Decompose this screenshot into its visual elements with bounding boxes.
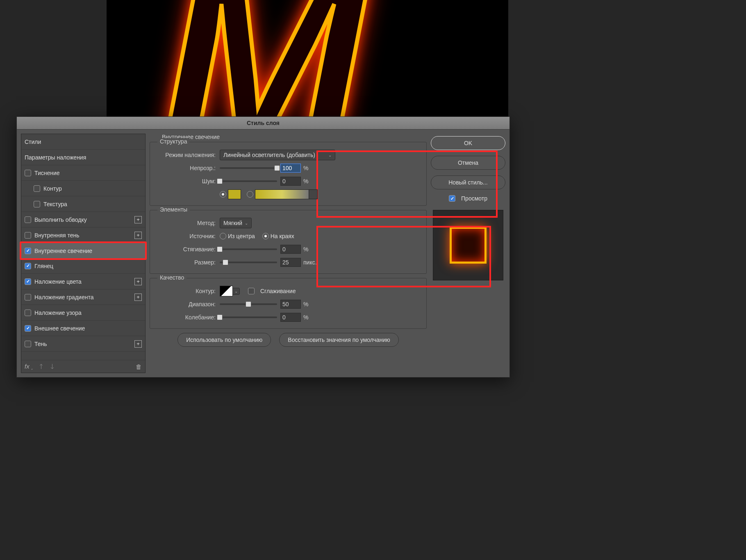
checkbox[interactable] <box>34 185 40 192</box>
sidebar-inner-glow[interactable]: Внутреннее свечение <box>20 241 147 260</box>
trash-icon[interactable]: 🗑 <box>136 363 142 370</box>
fx-icon[interactable]: fx ˯ <box>25 363 33 370</box>
range-input[interactable]: 50 <box>280 300 301 309</box>
sidebar-outer-glow[interactable]: Внешнее свечение <box>21 321 145 336</box>
choke-slider[interactable] <box>220 248 277 250</box>
add-icon[interactable]: + <box>134 340 142 348</box>
quality-title: Качество <box>157 274 186 281</box>
contour-swatch[interactable] <box>220 286 233 296</box>
preview-toggle[interactable]: Просмотр <box>449 195 487 202</box>
new-style-button[interactable]: Новый стиль... <box>431 175 505 189</box>
opacity-label: Непрозр.: <box>154 165 220 171</box>
reset-default-button[interactable]: Восстановить значения по умолчанию <box>279 333 398 347</box>
sidebar-gradient-overlay[interactable]: Наложение градиента+ <box>21 289 145 305</box>
checkbox[interactable] <box>25 294 31 300</box>
checkbox[interactable] <box>25 341 31 347</box>
add-icon[interactable]: + <box>134 294 142 301</box>
sidebar-stroke[interactable]: Выполнить обводку+ <box>21 212 145 228</box>
dialog-titlebar[interactable]: Стиль слоя <box>17 117 509 130</box>
dialog-title: Стиль слоя <box>247 120 280 126</box>
sidebar-satin[interactable]: Глянец <box>21 258 145 274</box>
elements-group: Элементы Метод: Мягкий ⌄ Источник: Из це… <box>150 210 427 274</box>
sidebar-pattern-overlay[interactable]: Наложение узора <box>21 305 145 321</box>
aa-checkbox[interactable] <box>248 288 255 294</box>
checkbox[interactable] <box>25 325 31 332</box>
technique-select[interactable]: Мягкий ⌄ <box>220 218 252 228</box>
chevron-down-icon[interactable]: ⌄ <box>312 192 316 196</box>
ok-button[interactable]: OK <box>431 136 505 150</box>
viewport: M Стиль слоя Стили Параметры наложения Т… <box>0 0 746 560</box>
noise-input[interactable]: 0 <box>280 177 301 186</box>
jitter-slider[interactable] <box>220 316 277 318</box>
structure-group: Структура Режим наложения: Линейный осве… <box>150 142 427 206</box>
sidebar-footer: fx ˯ 🡑 🡓 🗑 <box>21 360 145 373</box>
color-radio[interactable] <box>220 191 226 198</box>
sidebar-inner-shadow[interactable]: Внутренняя тень+ <box>21 228 145 243</box>
color-swatch[interactable] <box>228 189 241 199</box>
source-edge-radio[interactable] <box>262 233 269 239</box>
preview-checkbox[interactable] <box>449 195 455 202</box>
main-panel: Внутреннее свечение Структура Режим нало… <box>150 134 427 373</box>
cancel-button[interactable]: Отмена <box>431 156 505 170</box>
source-label: Источник: <box>154 233 220 239</box>
sidebar-texture[interactable]: Текстура <box>21 196 145 212</box>
sidebar-blend-options[interactable]: Параметры наложения <box>21 150 145 165</box>
size-label: Размер: <box>154 259 220 266</box>
checkbox[interactable] <box>25 278 31 285</box>
chevron-down-icon: ⌄ <box>328 153 332 157</box>
effects-sidebar: Стили Параметры наложения Тиснение Конту… <box>21 134 146 373</box>
opacity-slider[interactable] <box>220 167 277 169</box>
add-icon[interactable]: + <box>134 278 142 285</box>
size-slider[interactable] <box>220 262 277 263</box>
noise-label: Шум: <box>154 178 220 184</box>
sidebar-bevel[interactable]: Тиснение <box>21 165 145 181</box>
jitter-label: Колебание: <box>154 314 220 321</box>
contour-label: Контур: <box>154 288 220 294</box>
gradient-swatch[interactable]: ⌄ <box>255 189 309 199</box>
structure-title: Структура <box>157 138 189 145</box>
sidebar-contour[interactable]: Контур <box>21 181 145 196</box>
quality-group: Качество Контур: ⌄ Сглаживание Диапазон:… <box>150 278 427 329</box>
opacity-input[interactable]: 100 <box>280 164 301 173</box>
chevron-down-icon: ⌄ <box>234 289 238 294</box>
range-label: Диапазон: <box>154 301 220 307</box>
checkbox[interactable] <box>25 263 31 269</box>
contour-dropdown[interactable]: ⌄ <box>232 288 240 295</box>
choke-label: Стягивание: <box>154 246 220 253</box>
checkbox[interactable] <box>25 170 31 176</box>
range-slider[interactable] <box>220 303 277 305</box>
checkbox[interactable] <box>25 248 31 254</box>
make-default-button[interactable]: Использовать по умолчанию <box>177 333 271 347</box>
jitter-input[interactable]: 0 <box>280 313 301 322</box>
choke-input[interactable]: 0 <box>280 245 301 254</box>
add-icon[interactable]: + <box>134 216 142 223</box>
layer-style-dialog: Стиль слоя Стили Параметры наложения Тис… <box>16 116 510 378</box>
checkbox[interactable] <box>34 201 40 207</box>
chevron-down-icon: ⌄ <box>245 221 248 225</box>
dialog-buttons: OK Отмена Новый стиль... Просмотр <box>431 134 505 373</box>
technique-label: Метод: <box>154 220 220 226</box>
size-input[interactable]: 25 <box>280 258 301 267</box>
noise-slider[interactable] <box>220 180 277 182</box>
blend-mode-label: Режим наложения: <box>154 152 220 158</box>
sidebar-color-overlay[interactable]: Наложение цвета+ <box>21 274 145 289</box>
preview-swatch <box>450 227 487 264</box>
source-center-radio[interactable] <box>220 233 226 239</box>
preview-thumbnail <box>433 210 503 280</box>
move-up-icon[interactable]: 🡑 <box>38 363 44 370</box>
checkbox[interactable] <box>25 232 31 239</box>
move-down-icon[interactable]: 🡓 <box>49 363 55 370</box>
elements-title: Элементы <box>157 206 190 213</box>
sidebar-styles[interactable]: Стили <box>21 134 145 150</box>
checkbox[interactable] <box>25 310 31 316</box>
sidebar-drop-shadow[interactable]: Тень+ <box>21 336 145 352</box>
checkbox[interactable] <box>25 216 31 223</box>
blend-mode-select[interactable]: Линейный осветлитель (добавить) ⌄ <box>220 150 335 160</box>
add-icon[interactable]: + <box>134 232 142 239</box>
gradient-radio[interactable] <box>247 191 253 198</box>
